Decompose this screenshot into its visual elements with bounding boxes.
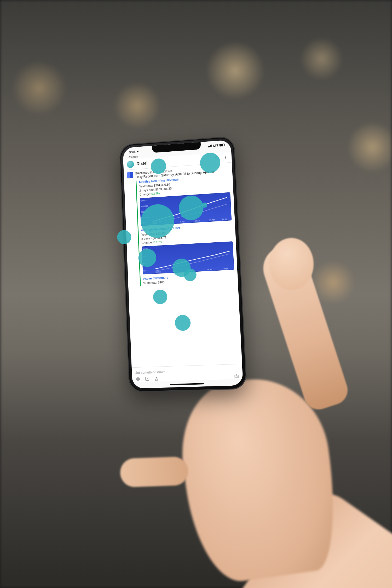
section-arpu: Average Revenue Per User Yesterday: $63.… (141, 223, 234, 275)
battery-icon (220, 144, 225, 146)
camera-icon[interactable] (234, 374, 239, 379)
svg-point-3 (225, 157, 226, 158)
chevron-left-icon: ‹ (128, 155, 129, 159)
message-list[interactable]: Baremetrics APP 6:12 AM Daily Report fro… (124, 162, 242, 369)
back-label: Search (129, 155, 138, 158)
svg-point-0 (216, 156, 218, 159)
app-logo-icon (127, 172, 134, 179)
svg-line-7 (147, 378, 148, 380)
arpu-yesterday-label: Yesterday: (141, 232, 155, 236)
phone-screen: 3:04 ➤ LTE ‹ Search Distel (123, 140, 243, 389)
status-time: 3:04 (129, 150, 136, 154)
mrr-change-value: 0.34% (151, 192, 160, 196)
svg-line-1 (218, 158, 219, 160)
mrr-yesterday-label: Yesterday: (139, 184, 153, 188)
mrr-2days-value: $203,606.33 (155, 187, 172, 191)
mrr-change-label: Change: (140, 192, 151, 196)
location-icon: ➤ (136, 150, 139, 153)
arpu-chart[interactable]: $65.38 $64 $63 $62 30 Mar 4 Apr 9 Apr 14… (142, 242, 234, 275)
arpu-2days-value: $63.72 (157, 236, 166, 239)
slash-command-icon[interactable] (145, 376, 150, 381)
app-badge: APP (156, 170, 161, 174)
svg-rect-10 (235, 375, 238, 378)
section-mrr: Monthly Recurring Revenue Yesterday: $20… (139, 174, 232, 226)
arpu-2days-label: 2 days ago: (141, 236, 157, 240)
carrier-label: LTE (213, 144, 218, 147)
channel-avatar[interactable] (127, 161, 134, 168)
mrr-chart[interactable]: $200,000 $190,000 $180,000 $170,000 $160… (140, 192, 232, 226)
arpu-change-label: Change: (142, 241, 153, 244)
signal-icon (208, 145, 212, 147)
more-icon[interactable] (223, 155, 228, 160)
home-indicator[interactable] (170, 383, 204, 385)
phone: 3:04 ➤ LTE ‹ Search Distel (119, 136, 247, 392)
active-yesterday-label: Yesterday: (143, 281, 157, 285)
at-icon[interactable] (136, 377, 140, 382)
section-active-customers: Active Customers Yesterday: 3200 (143, 272, 235, 286)
search-icon[interactable] (215, 156, 220, 161)
svg-point-11 (236, 376, 237, 377)
svg-point-5 (137, 378, 139, 380)
arpu-change-value: 0.19% (153, 240, 162, 244)
mrr-2days-label: 2 days ago: (139, 188, 154, 192)
svg-point-2 (225, 156, 226, 156)
active-yesterday-value: 3200 (158, 281, 165, 284)
arpu-yesterday-value: $63.85 (156, 232, 165, 235)
format-icon[interactable] (154, 376, 159, 381)
back-to-search[interactable]: ‹ Search (128, 155, 138, 159)
svg-point-4 (225, 158, 226, 159)
